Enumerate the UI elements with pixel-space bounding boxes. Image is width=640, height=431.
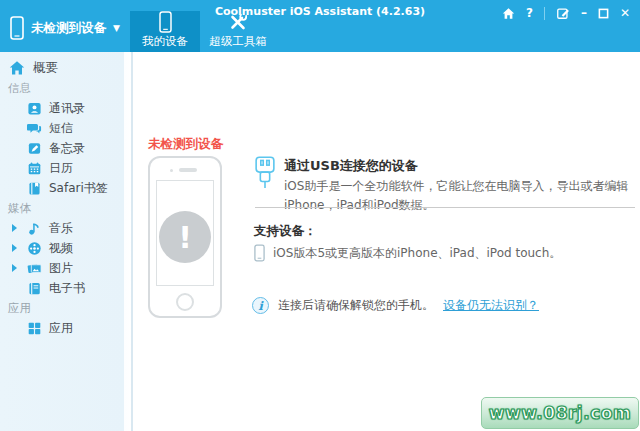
sidebar-item-label: 日历	[49, 160, 73, 177]
help-button[interactable]: ?	[526, 6, 533, 20]
chevron-down-icon: ▼	[113, 23, 120, 33]
home-icon-glyph	[502, 7, 515, 20]
unlock-tip-row: i 连接后请确保解锁您的手机。 设备仍无法识别？	[252, 297, 539, 314]
sidebar-item-overview[interactable]: 概要	[0, 58, 131, 78]
tab-super-toolbox-label: 超级工具箱	[209, 34, 267, 49]
tab-super-toolbox[interactable]: 超级工具箱	[200, 11, 276, 52]
calendar-icon	[27, 161, 42, 176]
register-icon[interactable]	[556, 6, 570, 20]
sidebar-item-label: 短信	[49, 120, 73, 137]
small-phone-icon	[254, 244, 265, 262]
usb-section-title: 通过USB连接您的设备	[284, 157, 418, 175]
sidebar-item-label: Safari书签	[49, 180, 108, 197]
phone-speaker	[179, 168, 197, 172]
sidebar-item-label: 应用	[49, 320, 73, 337]
device-not-recognized-link[interactable]: 设备仍无法识别？	[443, 297, 539, 314]
sidebar-item-ebooks[interactable]: 电子书	[0, 278, 131, 298]
phone-icon	[159, 11, 172, 33]
sidebar-item-label: 概要	[33, 60, 58, 77]
sidebar-item-label: 电子书	[49, 280, 85, 297]
window-controls: ? – ✕	[502, 6, 630, 20]
no-device-label: 未检测到设备	[148, 136, 222, 153]
expand-arrow-icon[interactable]	[12, 224, 17, 232]
header-bar: Coolmuster iOS Assistant (4.2.63) ? –	[0, 0, 640, 52]
sidebar-item-calendar[interactable]: 日历	[0, 158, 131, 178]
sidebar-item-label: 视频	[49, 240, 73, 257]
tools-icon	[228, 11, 248, 33]
sidebar-item-messages[interactable]: 短信	[0, 118, 131, 138]
sidebar-item-label: 通讯录	[49, 100, 85, 117]
expand-arrow-icon[interactable]	[12, 264, 17, 272]
usb-connector-icon	[251, 155, 279, 196]
device-selector-dropdown[interactable]: 未检测到设备 ▼	[10, 16, 120, 40]
supported-devices-text: iOS版本5或更高版本的iPhone、iPad、iPod touch。	[273, 245, 561, 262]
sidebar-item-label: 图片	[49, 260, 73, 277]
expand-arrow-icon[interactable]	[12, 244, 17, 252]
phone-camera-dot	[170, 169, 173, 172]
info-icon: i	[252, 297, 269, 314]
controls-divider	[544, 7, 545, 20]
sidebar-item-label: 音乐	[49, 220, 73, 237]
maximize-button[interactable]	[598, 6, 609, 20]
device-selector-label: 未检测到设备	[31, 20, 106, 37]
sidebar: 概要 信息 通讯录 短信	[0, 52, 133, 431]
apps-grid-icon	[27, 321, 42, 336]
section-divider	[255, 207, 635, 208]
chat-bubbles-icon	[27, 121, 42, 136]
unlock-tip-text: 连接后请确保解锁您的手机。	[278, 297, 434, 314]
sidebar-item-safari-bookmarks[interactable]: Safari书签	[0, 178, 131, 198]
sidebar-item-label: 备忘录	[49, 140, 85, 157]
contacts-icon	[27, 101, 42, 116]
main-content: 未检测到设备 ! 通过USB连	[133, 52, 640, 431]
music-icon	[27, 221, 42, 236]
sidebar-section-info: 信息	[0, 78, 131, 98]
sidebar-item-apps[interactable]: 应用	[0, 318, 131, 338]
watermark-text: www.08rj.com	[489, 403, 631, 423]
alert-exclamation-icon: !	[159, 211, 211, 263]
sidebar-item-photos[interactable]: 图片	[0, 258, 131, 278]
minimize-button[interactable]: –	[581, 6, 587, 20]
sidebar-section-media: 媒体	[0, 198, 131, 218]
tab-my-device-label: 我的设备	[142, 34, 188, 49]
sidebar-item-contacts[interactable]: 通讯录	[0, 98, 131, 118]
home-icon	[8, 60, 26, 76]
home-icon[interactable]	[502, 6, 515, 20]
phone-illustration: !	[148, 156, 222, 318]
sidebar-item-notes[interactable]: 备忘录	[0, 138, 131, 158]
watermark-badge: www.08rj.com	[481, 397, 639, 429]
phone-home-button	[176, 293, 194, 311]
sidebar-section-apps: 应用	[0, 298, 131, 318]
device-phone-icon	[10, 16, 24, 40]
book-icon	[27, 281, 42, 296]
app-body: 概要 信息 通讯录 短信	[0, 52, 640, 431]
tab-my-device[interactable]: 我的设备	[130, 11, 200, 52]
close-button[interactable]: ✕	[620, 6, 630, 20]
supported-devices-row: iOS版本5或更高版本的iPhone、iPad、iPod touch。	[254, 244, 561, 262]
app-window: Coolmuster iOS Assistant (4.2.63) ? –	[0, 0, 640, 431]
video-icon	[27, 241, 42, 256]
photos-icon	[27, 261, 42, 276]
supported-devices-heading: 支持设备：	[254, 223, 317, 240]
main-tabs: 我的设备 超级工具箱	[130, 11, 276, 52]
sidebar-item-video[interactable]: 视频	[0, 238, 131, 258]
usb-section-description: iOS助手是一个全功能软件，它能让您在电脑导入，导出或者编辑iPhone，iPa…	[284, 177, 632, 214]
sidebar-item-music[interactable]: 音乐	[0, 218, 131, 238]
bookmark-icon	[27, 181, 42, 196]
notes-icon	[27, 141, 42, 156]
